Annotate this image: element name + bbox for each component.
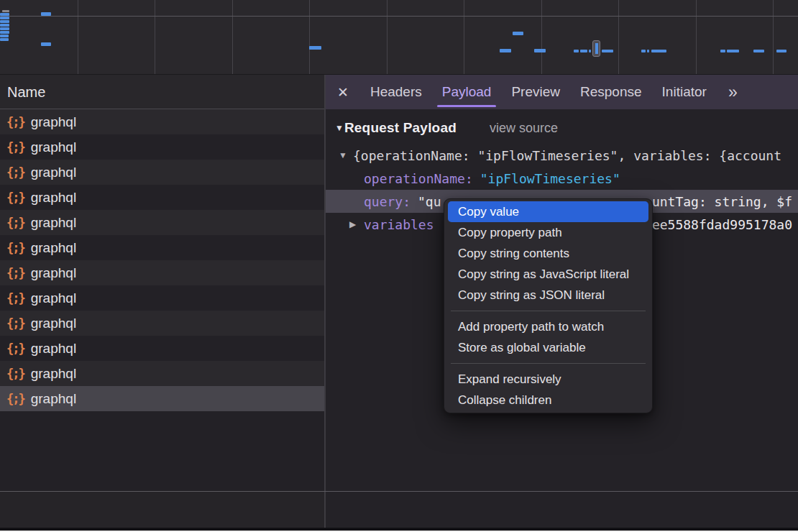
json-braces-icon: {;} (6, 165, 24, 180)
devtools-network-panel: Name {;}graphql{;}graphql{;}graphql{;}gr… (0, 0, 798, 532)
timeline-selection-marker[interactable] (592, 40, 600, 57)
json-braces-icon: {;} (6, 216, 24, 230)
timeline-gridline (78, 0, 78, 74)
menu-divider (451, 311, 646, 311)
request-name-label: graphql (31, 240, 76, 256)
tab-preview[interactable]: Preview (511, 75, 560, 109)
timeline-request-bar[interactable] (0, 38, 9, 41)
timeline-gridline (464, 0, 464, 74)
view-source-link[interactable]: view source (490, 121, 558, 136)
status-footer (0, 491, 798, 528)
json-braces-icon: {;} (6, 191, 24, 205)
request-row[interactable]: {;}graphql (0, 160, 324, 185)
json-braces-icon: {;} (6, 367, 24, 381)
timeline-gridline (773, 0, 774, 74)
request-name-label: graphql (31, 290, 76, 306)
request-row[interactable]: {;}graphql (0, 260, 324, 285)
timeline-gridline (541, 0, 542, 74)
tab-payload[interactable]: Payload (442, 75, 492, 109)
property-value-fragment-right: untTag: string, $f (652, 194, 792, 209)
menu-item-collapse-children[interactable]: Collapse children (448, 390, 648, 411)
menu-item-store-as-global-variable[interactable]: Store as global variable (448, 337, 648, 358)
tab-initiator[interactable]: Initiator (662, 75, 707, 109)
timeline-request-bar[interactable] (513, 32, 523, 35)
timeline-request-bar[interactable] (580, 50, 587, 52)
request-name-label: graphql (31, 139, 76, 155)
json-braces-icon: {;} (6, 266, 24, 280)
timeline-request-bar[interactable] (720, 50, 725, 52)
query-row-left: query: "qu (349, 194, 441, 209)
tab-response[interactable]: Response (580, 75, 642, 109)
timeline-request-bar[interactable] (641, 50, 646, 52)
name-column-header[interactable]: Name (0, 75, 324, 109)
request-name-label: graphql (31, 114, 76, 130)
network-overview-timeline[interactable] (0, 0, 798, 75)
request-row[interactable]: {;}graphql (0, 336, 324, 361)
timeline-request-bar[interactable] (500, 49, 511, 52)
timeline-request-bar[interactable] (727, 50, 739, 52)
menu-item-copy-property-path[interactable]: Copy property path (448, 222, 648, 243)
request-row[interactable]: {;}graphql (0, 185, 324, 210)
request-row[interactable]: {;}graphql (0, 361, 324, 386)
expand-triangle-icon[interactable]: ▼ (339, 150, 353, 160)
property-key: operationName: (364, 171, 473, 186)
timeline-request-bar[interactable] (41, 12, 51, 16)
timeline-request-bar[interactable] (0, 13, 9, 16)
request-row[interactable]: {;}graphql (0, 285, 324, 311)
timeline-request-bar[interactable] (0, 27, 9, 30)
request-row[interactable]: {;}graphql (0, 311, 324, 336)
property-value-fragment: "qu (418, 194, 441, 209)
menu-item-copy-string-contents[interactable]: Copy string contents (448, 243, 648, 264)
timeline-gridline (387, 0, 387, 74)
request-row[interactable]: {;}graphql (0, 134, 324, 160)
timeline-request-bar[interactable] (776, 50, 786, 52)
timeline-request-bar[interactable] (309, 46, 321, 50)
request-row[interactable]: {;}graphql (0, 386, 324, 411)
timeline-request-bar[interactable] (534, 49, 546, 52)
timeline-request-bar[interactable] (0, 35, 9, 37)
request-row[interactable]: {;}graphql (0, 210, 324, 235)
requests-table: Name {;}graphql{;}graphql{;}graphql{;}gr… (0, 75, 326, 491)
timeline-request-bar[interactable] (2, 10, 9, 12)
menu-item-copy-value[interactable]: Copy value (448, 201, 648, 222)
menu-item-copy-string-as-json-literal[interactable]: Copy string as JSON literal (448, 285, 648, 306)
request-name-label: graphql (31, 391, 76, 407)
timeline-request-bar[interactable] (41, 42, 51, 46)
timeline-request-bar[interactable] (647, 50, 649, 52)
tab-headers[interactable]: Headers (370, 75, 422, 109)
request-name-label: graphql (31, 316, 76, 331)
menu-item-add-property-path-to-watch[interactable]: Add property path to watch (448, 316, 648, 337)
request-row[interactable]: {;}graphql (0, 235, 324, 260)
request-row[interactable]: {;}graphql (0, 109, 324, 134)
timeline-gridline (0, 16, 798, 17)
menu-item-copy-string-as-javascript-literal[interactable]: Copy string as JavaScript literal (448, 264, 648, 285)
expand-triangle-icon[interactable]: ▶ (349, 219, 364, 229)
menu-item-expand-recursively[interactable]: Expand recursively (448, 369, 648, 390)
close-icon[interactable]: ✕ (337, 84, 349, 101)
json-braces-icon: {;} (6, 140, 24, 155)
request-name-label: graphql (31, 265, 76, 281)
timeline-request-bar[interactable] (753, 50, 764, 52)
timeline-request-bar[interactable] (574, 50, 579, 52)
timeline-gridline (618, 0, 619, 74)
json-braces-icon: {;} (6, 316, 24, 331)
json-braces-icon: {;} (6, 115, 24, 129)
timeline-request-bar[interactable] (0, 20, 9, 23)
more-tabs-icon[interactable]: » (728, 83, 738, 102)
timeline-request-bar[interactable] (0, 31, 9, 34)
timeline-request-bar[interactable] (0, 24, 9, 27)
timeline-gridline (232, 0, 233, 74)
timeline-marker-bar (595, 43, 598, 54)
timeline-request-bar[interactable] (651, 50, 666, 52)
payload-root-row[interactable]: ▼ {operationName: "ipFlowTimeseries", va… (326, 144, 798, 167)
collapse-triangle-icon[interactable]: ▼ (335, 123, 344, 133)
timeline-request-bar[interactable] (589, 50, 591, 52)
request-list: {;}graphql{;}graphql{;}graphql{;}graphql… (0, 109, 324, 491)
timeline-request-bar[interactable] (0, 17, 9, 19)
timeline-gridline (309, 0, 310, 74)
request-name-label: graphql (31, 190, 76, 206)
object-preview-text: {operationName: "ipFlowTimeseries", vari… (353, 148, 781, 163)
request-name-label: graphql (31, 341, 76, 357)
timeline-request-bar[interactable] (602, 50, 613, 52)
operation-name-row[interactable]: operationName: "ipFlowTimeseries" (326, 167, 798, 190)
